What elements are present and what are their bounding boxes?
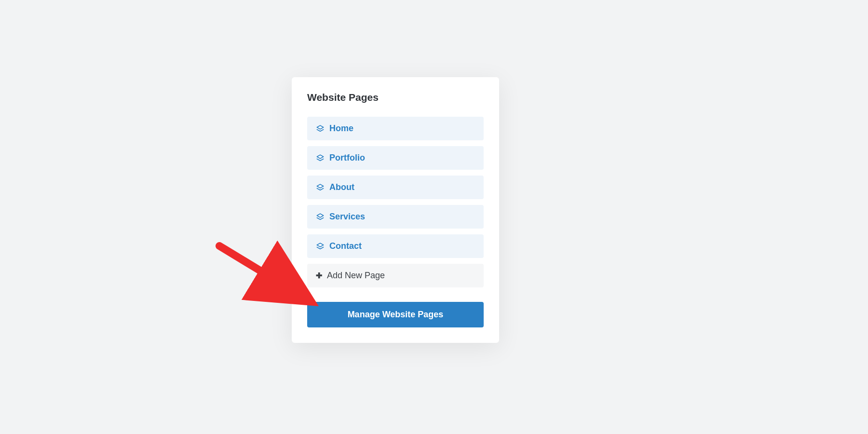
page-item-contact[interactable]: Contact [307,234,484,258]
svg-marker-4 [317,243,324,247]
page-item-label: Contact [329,241,362,251]
page-item-label: Services [329,212,365,222]
layers-icon [316,242,325,251]
plus-icon: ✚ [316,272,322,280]
website-pages-card: Website Pages Home Portfolio About [292,77,499,343]
svg-marker-2 [317,184,324,188]
add-new-page-label: Add New Page [327,271,385,281]
card-title: Website Pages [307,92,484,103]
page-item-services[interactable]: Services [307,205,484,229]
svg-line-6 [219,246,299,294]
svg-marker-3 [317,214,324,217]
page-list: Home Portfolio About Services [307,117,484,287]
manage-website-pages-button[interactable]: Manage Website Pages [307,302,484,327]
layers-icon [316,183,325,192]
page-item-about[interactable]: About [307,176,484,199]
page-item-label: About [329,182,354,192]
layers-icon [316,213,325,221]
page-item-label: Home [329,123,353,134]
layers-icon [316,154,325,163]
layers-icon [316,124,325,133]
page-item-label: Portfolio [329,153,365,163]
svg-marker-1 [317,155,324,159]
svg-marker-0 [317,125,324,129]
add-new-page-button[interactable]: ✚ Add New Page [307,264,484,287]
page-item-portfolio[interactable]: Portfolio [307,146,484,170]
page-item-home[interactable]: Home [307,117,484,140]
